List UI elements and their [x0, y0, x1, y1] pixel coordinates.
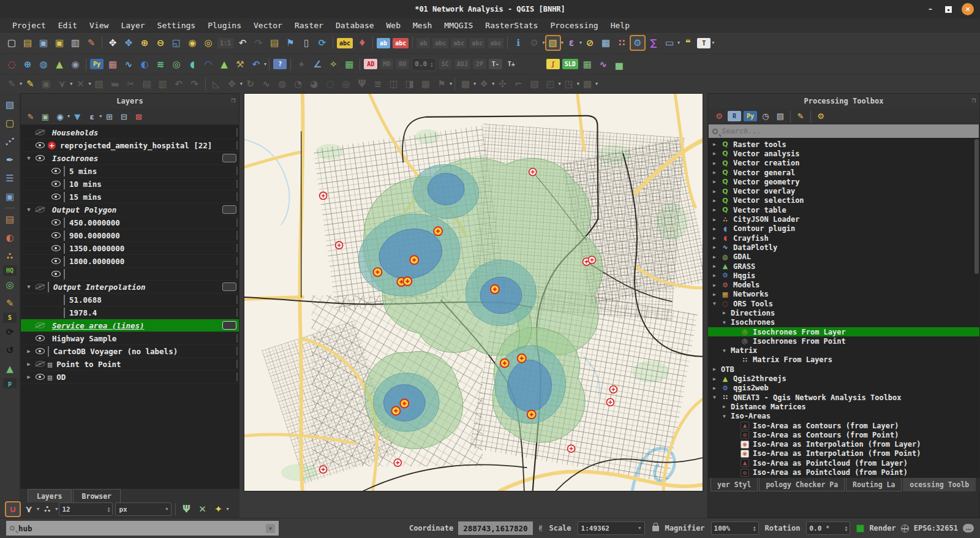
menu-vector[interactable]: Vector [247, 20, 288, 31]
new-project-icon[interactable]: ▢ [4, 36, 19, 50]
map-canvas[interactable] [244, 93, 703, 491]
crs-status[interactable]: EPSG:32651 [914, 524, 958, 532]
visibility-eye-icon[interactable] [51, 219, 61, 225]
render-checkbox[interactable] [856, 525, 864, 532]
toolbox-item-ors-tools[interactable]: ▼◌ORS Tools [708, 299, 979, 308]
expander-icon[interactable]: ▶ [713, 161, 721, 166]
snapping-mode-dropdown-caret[interactable]: ▼ [37, 507, 39, 512]
toolbox-item-isochrones[interactable]: ▼Isochrones [708, 318, 979, 327]
layer-item-service-area-lines[interactable]: Service area (lines) [21, 319, 239, 332]
expander-icon[interactable]: ▶ [713, 235, 721, 241]
open-layer-styling-icon[interactable]: ✎ [24, 110, 37, 123]
toggle-editing-icon[interactable]: ✎ [23, 77, 37, 91]
select-features-dropdown-caret[interactable]: ▼ [561, 40, 564, 45]
menu-raster[interactable]: Raster [288, 20, 330, 31]
layer-item-households[interactable]: Households [21, 126, 239, 139]
visibility-eye-icon[interactable] [36, 129, 45, 135]
options-icon[interactable]: ⚙ [814, 110, 827, 123]
zoom-in-icon[interactable]: ⊕ [137, 36, 152, 50]
hospital-marker-selected[interactable] [434, 227, 442, 235]
toolbox-item-iso-area-as-interpolation-from-layer-[interactable]: ◉Iso-Area as Interpolation (from Layer) [708, 440, 979, 449]
menu-plugins[interactable]: Plugins [202, 20, 247, 31]
toolbox-item-iso-area-as-pointcloud-from-point-[interactable]: ◍Iso-Area as Pointcloud (from Point) [708, 468, 979, 477]
remove-layer-icon[interactable]: ⊠ [132, 110, 145, 123]
expander-icon[interactable]: ▶ [713, 198, 721, 203]
hospital-marker-selected[interactable] [527, 410, 536, 419]
undo-redo-panel-dropdown-caret[interactable]: ▼ [264, 62, 266, 67]
expand-all-icon[interactable]: ⊞ [102, 110, 116, 123]
point-sampling-tool-icon[interactable]: ⚒ [233, 57, 247, 72]
layer-diagram-icon[interactable]: ♦ [355, 36, 369, 50]
toolbox-item-grass[interactable]: ▶▲GRASS [708, 262, 979, 271]
visibility-eye-icon[interactable] [51, 168, 61, 174]
python-console[interactable]: Py [90, 59, 104, 69]
snapping-all-layers-icon[interactable]: ∴ [40, 502, 55, 517]
expander-icon[interactable]: ▶ [713, 385, 721, 391]
toolbox-item-directions[interactable]: ▶Directions [708, 308, 979, 317]
raster-color-table-icon[interactable]: ▦ [105, 57, 120, 72]
locator-bar[interactable]: ✕ [6, 521, 279, 536]
tab-yer-styl[interactable]: yer Styl [710, 478, 758, 491]
help-contents[interactable]: ? [273, 59, 287, 69]
menu-processing[interactable]: Processing [544, 20, 604, 31]
ors-tools-icon[interactable]: ◌ [4, 57, 19, 72]
menu-database[interactable]: Database [330, 20, 380, 31]
layer-item-5-mins[interactable]: 5 mins [21, 165, 239, 178]
snapping-on-intersection-icon[interactable]: ✕ [195, 502, 209, 517]
undo-redo-panel-icon[interactable]: ↶ [249, 57, 263, 72]
visibility-eye-icon[interactable] [51, 194, 61, 200]
menu-help[interactable]: Help [605, 20, 636, 31]
tab-routing-la[interactable]: Routing La [846, 478, 902, 491]
multi-edit-dropdown-caret[interactable]: ▼ [595, 81, 598, 86]
layer-item-highway-sample[interactable]: Highway Sample [21, 332, 239, 345]
hospital-marker-selected[interactable] [403, 277, 412, 286]
visibility-eye-icon[interactable] [36, 155, 45, 161]
serval-tool[interactable]: ʃ [546, 59, 560, 69]
expander-icon[interactable]: ▼ [723, 348, 731, 354]
toolbox-item-vector-table[interactable]: ▶QVector table [708, 205, 979, 214]
expander-icon[interactable]: ▶ [713, 226, 721, 232]
visibility-eye-icon[interactable] [36, 142, 45, 148]
pgrouting[interactable]: p [3, 378, 17, 388]
layer-item-450-0000000[interactable]: 450.0000000 [21, 216, 239, 229]
flag-annotation-dropdown-caret[interactable]: ▼ [450, 81, 452, 86]
expander-icon[interactable]: ▼ [723, 320, 731, 325]
annotation-tools-dropdown-caret[interactable]: ▼ [577, 81, 579, 86]
layer-indicator-badge[interactable] [222, 321, 236, 330]
pan-to-selection-icon[interactable]: ✥ [121, 36, 136, 50]
visibility-eye-icon[interactable] [51, 271, 61, 277]
expander-icon[interactable]: ▶ [24, 348, 33, 354]
globe-view-icon[interactable]: ◐ [137, 57, 152, 72]
toolbox-item-vector-creation[interactable]: ▶QVector creation [708, 159, 979, 168]
add-point-cloud-layer-icon[interactable]: ⋰ [2, 134, 18, 150]
sentinel-tool[interactable]: S [3, 313, 17, 323]
menu-layer[interactable]: Layer [115, 20, 151, 31]
snap-tolerance[interactable]: 12▲▼ [59, 502, 113, 516]
toolbox-item-iso-area-as-contours-from-point-[interactable]: ◍Iso-Area as Contours (from Point) [708, 430, 979, 439]
select-features-icon[interactable]: ▧ [546, 36, 560, 50]
azimuth-distance-icon[interactable]: ∠ [310, 57, 325, 72]
expander-icon[interactable]: ▶ [723, 310, 731, 316]
manage-map-themes-dropdown-caret[interactable]: ▼ [67, 114, 70, 119]
osm-globe-search-icon[interactable]: ◐ [2, 230, 18, 246]
expander-icon[interactable]: ▶ [713, 207, 721, 213]
qgis2threejs-icon[interactable]: ▲ [52, 57, 67, 72]
expander-icon[interactable]: ▶ [713, 292, 721, 297]
layer-item-cartodb-voyager-no-labels[interactable]: ▶CartoDB Voyager (no labels) [21, 345, 239, 358]
toolbox-item-models[interactable]: ▶⚙Models [708, 280, 979, 289]
hospital-marker[interactable] [529, 169, 537, 176]
new-spatial-bookmark-icon[interactable]: ▤ [267, 36, 282, 50]
layer-item-od[interactable]: ▶▤OD [21, 371, 239, 384]
expander-icon[interactable]: ▶ [24, 374, 33, 380]
measure-line-icon[interactable]: ▭ [662, 36, 677, 50]
layer-item-isochrones[interactable]: ▼Isochrones [21, 152, 239, 165]
messages-icon[interactable]: … [963, 524, 974, 532]
deselect-features-icon[interactable]: ⊘ [582, 36, 597, 50]
layer-item-point-to-point[interactable]: ▶▤Point to Point [21, 358, 239, 371]
scale-select[interactable]: 1:49362▼ [578, 521, 645, 535]
expander-icon[interactable]: ▶ [713, 366, 721, 372]
menu-mesh[interactable]: Mesh [407, 20, 438, 31]
toolbox-item-vector-overlay[interactable]: ▶QVector overlay [708, 186, 979, 195]
toolbox-item-dataplotly[interactable]: ▶∿DataPlotly [708, 243, 979, 252]
toolbox-item-isochrones-from-layer[interactable]: ◎Isochrones From Layer [708, 327, 979, 336]
